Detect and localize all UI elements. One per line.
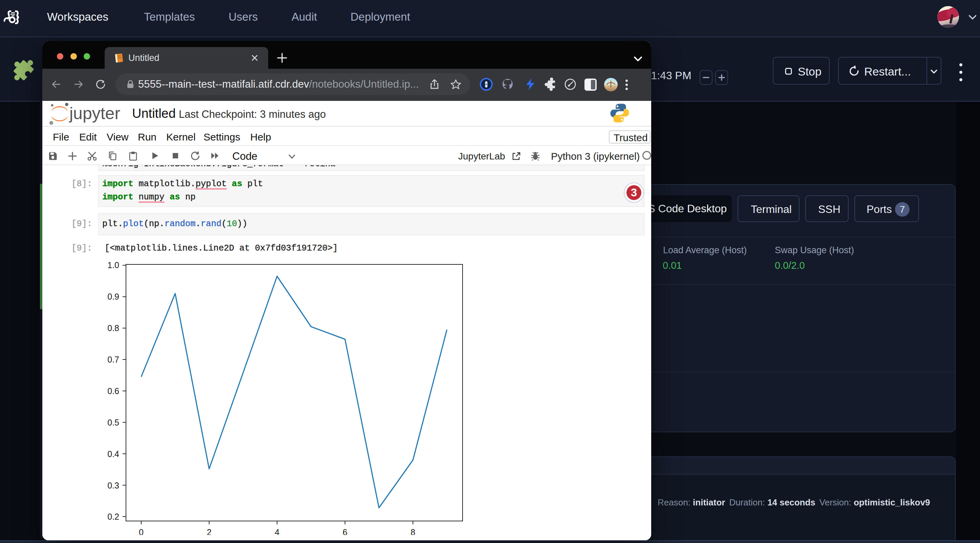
svg-text:2: 2 — [207, 527, 212, 535]
svg-text:0.5: 0.5 — [107, 418, 119, 427]
svg-text:4: 4 — [275, 527, 279, 535]
svg-text:0.8: 0.8 — [107, 323, 119, 333]
svg-text:0: 0 — [139, 527, 143, 535]
svg-text:0.2: 0.2 — [107, 512, 119, 521]
svg-text:0.3: 0.3 — [107, 481, 119, 490]
svg-text:8: 8 — [410, 527, 415, 535]
svg-text:0.9: 0.9 — [107, 292, 119, 301]
svg-text:1.0: 1.0 — [107, 261, 119, 270]
svg-text:0.4: 0.4 — [107, 449, 119, 459]
svg-text:0.6: 0.6 — [107, 386, 119, 396]
svg-text:0.7: 0.7 — [107, 355, 119, 364]
svg-text:6: 6 — [343, 527, 347, 535]
